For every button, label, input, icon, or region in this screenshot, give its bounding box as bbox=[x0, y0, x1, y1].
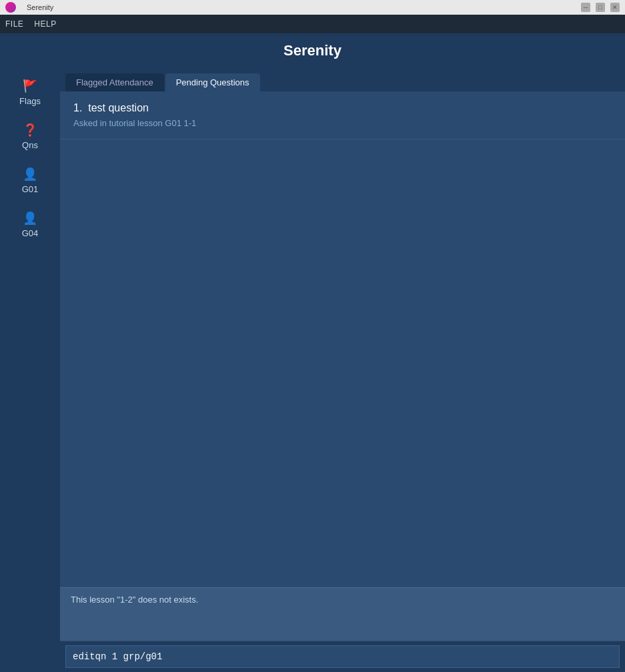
question-subtitle: Asked in tutorial lesson G01 1-1 bbox=[73, 118, 612, 128]
status-bar: This lesson "1-2" does not exists. bbox=[60, 587, 625, 641]
tab-flagged-attendance[interactable]: Flagged Attendance bbox=[65, 73, 164, 91]
command-input-wrapper bbox=[60, 641, 625, 672]
sidebar-qns-label: Qns bbox=[22, 140, 38, 150]
sidebar-g01-label: G01 bbox=[22, 184, 39, 194]
qns-icon: ❓ bbox=[23, 123, 37, 137]
sidebar: 🚩 Flags ❓ Qns 👤 G01 👤 G04 bbox=[0, 68, 60, 672]
sidebar-flags-label: Flags bbox=[19, 96, 41, 106]
menu-file[interactable]: File bbox=[5, 19, 23, 29]
close-button[interactable]: ✕ bbox=[610, 3, 620, 12]
maximize-button[interactable]: □ bbox=[596, 3, 605, 12]
question-text: test question bbox=[88, 102, 149, 113]
status-message: This lesson "1-2" does not exists. bbox=[71, 595, 198, 605]
empty-area bbox=[60, 139, 625, 587]
content-area: Flagged Attendance Pending Questions 1. … bbox=[60, 68, 625, 672]
menu-help[interactable]: Help bbox=[34, 19, 56, 29]
sidebar-item-g04[interactable]: 👤 G04 bbox=[3, 204, 57, 244]
titlebar-title: Serenity bbox=[27, 3, 53, 11]
tabs-bar: Flagged Attendance Pending Questions bbox=[60, 68, 625, 91]
app-logo-icon bbox=[5, 2, 16, 13]
main-layout: 🚩 Flags ❓ Qns 👤 G01 👤 G04 Flagged Attend… bbox=[0, 68, 625, 672]
flags-icon: 🚩 bbox=[23, 79, 37, 93]
sidebar-item-g01[interactable]: 👤 G01 bbox=[3, 160, 57, 200]
app-title: Serenity bbox=[283, 42, 342, 59]
sidebar-g04-label: G04 bbox=[22, 228, 39, 238]
tab-pending-questions[interactable]: Pending Questions bbox=[165, 73, 260, 91]
questions-list: 1. test question Asked in tutorial lesso… bbox=[60, 91, 625, 587]
sidebar-item-flags[interactable]: 🚩 Flags bbox=[3, 72, 57, 112]
menubar: File Help bbox=[0, 15, 625, 33]
sidebar-item-qns[interactable]: ❓ Qns bbox=[3, 116, 57, 156]
command-input[interactable] bbox=[65, 645, 620, 668]
titlebar: Serenity ─ □ ✕ bbox=[0, 0, 625, 15]
question-title: 1. test question bbox=[73, 102, 612, 114]
app-header: Serenity bbox=[0, 33, 625, 68]
g01-icon: 👤 bbox=[23, 167, 37, 182]
titlebar-controls: ─ □ ✕ bbox=[581, 3, 620, 12]
minimize-button[interactable]: ─ bbox=[581, 3, 590, 12]
question-number: 1. bbox=[73, 102, 82, 113]
question-item: 1. test question Asked in tutorial lesso… bbox=[60, 91, 625, 139]
g04-icon: 👤 bbox=[23, 211, 37, 226]
